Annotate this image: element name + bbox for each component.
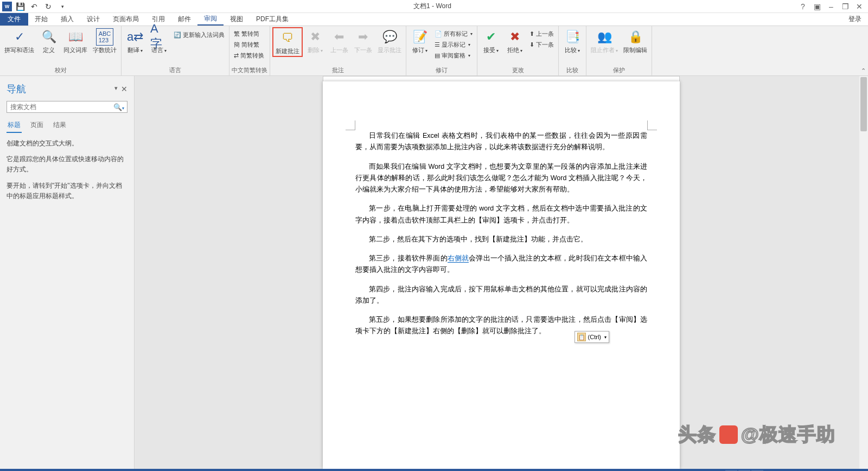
document-page[interactable]: 日常我们在编辑 Excel 表格文档时，我们表格中的某一些数据，往往会因为一些原… bbox=[323, 81, 680, 469]
tab-mailings[interactable]: 邮件 bbox=[171, 13, 197, 26]
tab-review[interactable]: 审阅 bbox=[197, 13, 224, 26]
s2t-icon: 簡 bbox=[234, 41, 240, 49]
group-tracking: 📝修订▾ 📄所有标记▾ ☰显示标记▾ ▤审阅窗格▾ 修订 bbox=[406, 26, 477, 75]
next-comment-button[interactable]: ➡下一条 bbox=[352, 27, 374, 55]
simp-to-trad-button[interactable]: 簡简转繁 bbox=[232, 39, 266, 50]
close-button[interactable]: ✕ bbox=[853, 1, 866, 12]
tab-home[interactable]: 开始 bbox=[28, 13, 54, 26]
search-icon[interactable]: 🔍▾ bbox=[113, 103, 124, 111]
update-ime-button[interactable]: 🔄更新输入法词典 bbox=[171, 29, 227, 40]
trad-to-simp-button[interactable]: 繁繁转简 bbox=[232, 28, 266, 39]
accept-icon: ✔ bbox=[482, 28, 500, 46]
show-comments-button[interactable]: 💬显示批注 bbox=[375, 27, 404, 55]
block-authors-button[interactable]: 👥阻止作者▾ bbox=[589, 27, 620, 55]
minimize-button[interactable]: – bbox=[825, 1, 838, 12]
tab-file[interactable]: 文件 bbox=[0, 13, 28, 26]
paragraph[interactable]: 第一步，在电脑上打开需要处理的 word 文字文档，然后在文档中选中需要插入批注… bbox=[355, 203, 647, 226]
nav-tabs: 标题 页面 结果 bbox=[7, 118, 127, 133]
compare-icon: 📑 bbox=[564, 28, 581, 46]
prev-comment-button[interactable]: ⬅上一条 bbox=[328, 27, 350, 55]
show-markup-dropdown[interactable]: ☰显示标记▾ bbox=[432, 39, 475, 50]
paste-icon: 📋 bbox=[577, 333, 586, 341]
reviewing-pane-icon: ▤ bbox=[435, 52, 440, 59]
group-proofing: ✓拼写和语法 🔍定义 📖同义词库 ABC123字数统计 校对 bbox=[0, 26, 122, 75]
compare-button[interactable]: 📑比较▾ bbox=[561, 27, 584, 55]
main-area: 导航 ▾ ✕ 🔍▾ 标题 页面 结果 创建文档的交互式大纲。 它是跟踪您的具体位… bbox=[0, 76, 868, 469]
track-changes-button[interactable]: 📝修订▾ bbox=[409, 27, 431, 55]
qat-customize-icon[interactable]: ▾ bbox=[56, 1, 68, 12]
save-button[interactable]: 💾 bbox=[14, 1, 26, 12]
group-label-language: 语言 bbox=[124, 65, 227, 75]
tab-pdf[interactable]: PDF工具集 bbox=[250, 13, 295, 26]
nav-body: 创建文档的交互式大纲。 它是跟踪您的具体位置或快速移动内容的好方式。 要开始，请… bbox=[7, 138, 127, 207]
ribbon-display-options-button[interactable]: ▣ bbox=[810, 1, 824, 12]
restrict-editing-button[interactable]: 🔒限制编辑 bbox=[621, 27, 649, 55]
undo-button[interactable]: ↶ bbox=[28, 1, 40, 12]
tab-insert[interactable]: 插入 bbox=[54, 13, 80, 26]
accept-button[interactable]: ✔接受▾ bbox=[480, 27, 502, 55]
redo-button[interactable]: ↻ bbox=[42, 1, 54, 12]
paragraph[interactable]: 第二步，然后在其下方的选项中，找到【新建批注】功能，并点击它。 bbox=[355, 234, 647, 245]
tab-layout[interactable]: 页面布局 bbox=[106, 13, 145, 26]
login-link[interactable]: 登录 bbox=[848, 13, 868, 26]
thesaurus-icon: 📖 bbox=[67, 28, 84, 46]
word-count-button[interactable]: ABC123字数统计 bbox=[91, 27, 119, 55]
nav-close-icon[interactable]: ✕ bbox=[121, 85, 127, 93]
language-button[interactable]: A字语言▾ bbox=[148, 27, 170, 55]
restore-button[interactable]: ❐ bbox=[839, 1, 852, 12]
group-label-comments: 批注 bbox=[272, 65, 404, 75]
tab-view[interactable]: 视图 bbox=[224, 13, 250, 26]
display-for-review-dropdown[interactable]: 📄所有标记▾ bbox=[432, 28, 475, 39]
nav-search-input[interactable] bbox=[7, 101, 127, 113]
paste-options-button[interactable]: 📋 (Ctrl)▾ bbox=[575, 331, 609, 343]
reject-icon: ✖ bbox=[506, 28, 524, 46]
tab-design[interactable]: 设计 bbox=[80, 13, 106, 26]
nav-body-text: 创建文档的交互式大纲。 bbox=[7, 138, 127, 149]
define-button[interactable]: 🔍定义 bbox=[37, 27, 60, 55]
block-authors-icon: 👥 bbox=[596, 28, 613, 46]
nav-dropdown-icon[interactable]: ▾ bbox=[114, 85, 118, 93]
vertical-scrollbar[interactable] bbox=[859, 76, 868, 469]
nav-tab-results[interactable]: 结果 bbox=[52, 118, 67, 133]
status-bar: 第 1 页，共 1 页 4/440 个字 ⬚ 中文(中国) ▭ ▤ ▦ − + … bbox=[0, 469, 868, 471]
nav-tab-pages[interactable]: 页面 bbox=[29, 118, 44, 133]
collapse-ribbon-button[interactable]: ⌃ bbox=[861, 67, 866, 74]
help-button[interactable]: ? bbox=[796, 1, 809, 12]
paragraph[interactable]: 第三步，接着软件界面的右侧就会弹出一个插入批注的文本框，此时我们在文本框中输入想… bbox=[355, 253, 647, 276]
group-label-protect: 保护 bbox=[589, 65, 649, 75]
delete-comment-button[interactable]: ✖删除▾ bbox=[304, 27, 327, 55]
group-language: a⇄翻译▾ A字语言▾ 🔄更新输入法词典 语言 bbox=[122, 26, 229, 75]
scroll-thumb[interactable] bbox=[860, 77, 867, 131]
paragraph[interactable]: 第四步，批注内容输入完成后，按下用鼠标单击文档的其他位置，就可以完成批注内容的添… bbox=[355, 284, 647, 307]
word-app-icon: W bbox=[2, 2, 12, 11]
document-area[interactable]: 日常我们在编辑 Excel 表格文档时，我们表格中的某一些数据，往往会因为一些原… bbox=[135, 76, 868, 469]
nav-search: 🔍▾ bbox=[7, 101, 127, 113]
next-change-icon: ⬇ bbox=[529, 41, 534, 48]
language-icon: A字 bbox=[150, 28, 168, 46]
thesaurus-button[interactable]: 📖同义词库 bbox=[61, 27, 90, 55]
group-changes: ✔接受▾ ✖拒绝▾ ⬆上一条 ⬇下一条 更改 bbox=[477, 26, 559, 75]
simp-trad-convert-button[interactable]: ⇄简繁转换 bbox=[232, 50, 266, 61]
next-change-button[interactable]: ⬇下一条 bbox=[527, 39, 556, 50]
nav-pane-title: 导航 bbox=[7, 82, 26, 96]
group-label-proofing: 校对 bbox=[2, 65, 119, 75]
spelling-grammar-button[interactable]: ✓拼写和语法 bbox=[2, 27, 36, 55]
new-comment-button[interactable]: 🗨新建批注 bbox=[272, 27, 303, 57]
paragraph[interactable]: 日常我们在编辑 Excel 表格文档时，我们表格中的某一些数据，往往会因为一些原… bbox=[355, 130, 647, 154]
prev-comment-icon: ⬅ bbox=[330, 28, 348, 46]
nav-tab-headings[interactable]: 标题 bbox=[7, 118, 22, 133]
hyperlink[interactable]: 右侧就 bbox=[448, 254, 469, 263]
markup-icon: 📄 bbox=[435, 30, 442, 37]
reviewing-pane-dropdown[interactable]: ▤审阅窗格▾ bbox=[432, 50, 475, 61]
wordcount-icon: ABC123 bbox=[96, 28, 113, 46]
show-comments-icon: 💬 bbox=[381, 28, 398, 46]
reject-button[interactable]: ✖拒绝▾ bbox=[503, 27, 526, 55]
group-chinese-conversion: 繁繁转简 簡简转繁 ⇄简繁转换 中文简繁转换 bbox=[229, 26, 270, 75]
quick-access-toolbar: W 💾 ↶ ↻ ▾ bbox=[0, 1, 68, 12]
paragraph[interactable]: 而如果我们在编辑 Word 文字文档时，也想要为文章里的某一段落的内容添加上批注… bbox=[355, 161, 647, 196]
define-icon: 🔍 bbox=[40, 28, 58, 46]
prev-change-button[interactable]: ⬆上一条 bbox=[527, 28, 556, 39]
translate-button[interactable]: a⇄翻译▾ bbox=[124, 27, 146, 55]
track-icon: 📝 bbox=[411, 28, 429, 46]
show-markup-icon: ☰ bbox=[435, 41, 440, 48]
